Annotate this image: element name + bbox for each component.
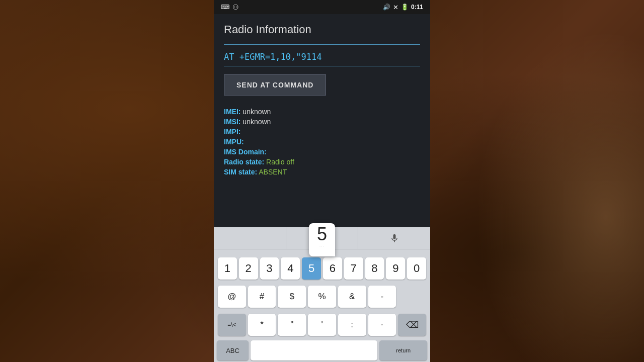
status-right-icons: 🔊 ✕ 🔋 0:11 [383,4,423,11]
info-row-impi: IMPI: [224,128,420,136]
mic-icon [389,233,399,243]
imei-value: unknown [243,108,271,116]
number-row: 5 ··· 1 2 3 4 5 6 7 8 9 0 [214,249,430,283]
info-row-ims-domain: IMS Domain: [224,148,420,156]
key-0[interactable]: 0 [407,257,426,280]
at-command-input[interactable] [224,48,420,66]
key-5[interactable]: 5 [302,257,321,280]
key-return[interactable]: return [379,340,427,360]
usb-icon: ⚇ [232,3,239,11]
sim-state-label: SIM state: [224,168,257,176]
key-4[interactable]: 4 [281,257,300,280]
imsi-label: IMSI: [224,118,240,126]
info-row-impu: IMPU: [224,138,420,146]
impi-label: IMPI: [224,128,240,136]
app-content: Radio Information SEND AT COMMAND [214,14,430,108]
keyboard-icon: ⌨ [221,4,229,11]
symbol-row-1: @ # $ % & - [214,283,430,311]
key-1[interactable]: 1 [218,257,237,280]
key-6[interactable]: 6 [323,257,342,280]
key-space[interactable] [251,340,377,360]
key-eq-lt[interactable]: =\< [218,314,246,336]
keyboard-area: 5 ··· 1 2 3 4 5 6 7 8 9 0 @ # $ % & [214,227,430,362]
key-3[interactable]: 3 [260,257,279,280]
key-delete[interactable]: ⌫ [398,314,426,336]
suggestion-3[interactable] [358,227,430,249]
radio-state-label: Radio state: [224,158,264,166]
key-squote[interactable]: ' [308,314,336,336]
input-bottom-divider [224,66,420,66]
imei-label: IMEI: [224,108,240,116]
key-7[interactable]: 7 [344,257,363,280]
ims-domain-label: IMS Domain: [224,148,267,156]
sim-state-value: ABSENT [259,168,287,176]
key-colon[interactable]: : [338,314,366,336]
key-hash[interactable]: # [248,286,276,308]
key-dollar[interactable]: $ [278,286,306,308]
key-minus[interactable]: - [368,286,396,308]
phone-container: ⌨ ⚇ 🔊 ✕ 🔋 0:11 Radio Information SEND AT… [214,0,430,362]
info-row-sim-state: SIM state: ABSENT [224,168,420,176]
info-row-imsi: IMSI: unknown [224,118,420,126]
send-at-command-button[interactable]: SEND AT COMMAND [224,74,326,96]
suggestion-1[interactable] [214,227,286,249]
popup-key-sub: ··· [319,243,325,248]
popup-key-label: 5 [317,225,327,243]
abc-row: ABC return [214,339,430,362]
key-abc[interactable]: ABC [217,340,249,360]
imsi-value: unknown [243,118,271,126]
key-dquote[interactable]: " [278,314,306,336]
impu-label: IMPU: [224,138,244,146]
volume-icon: 🔊 [383,4,390,11]
key-popup: 5 ··· [309,223,335,256]
key-at[interactable]: @ [218,286,246,308]
info-row-radio-state: Radio state: Radio off [224,158,420,166]
battery-icon: 🔋 [401,4,409,11]
status-left-icons: ⌨ ⚇ [221,3,239,11]
radio-state-value: Radio off [266,158,294,166]
phone-screen: Radio Information SEND AT COMMAND IMEI: … [214,14,430,362]
key-9[interactable]: 9 [386,257,405,280]
key-2[interactable]: 2 [239,257,258,280]
app-title: Radio Information [224,23,420,36]
key-dot[interactable]: · [368,314,396,336]
key-8[interactable]: 8 [365,257,384,280]
status-time: 0:11 [411,4,423,11]
info-row-imei: IMEI: unknown [224,108,420,116]
key-asterisk[interactable]: * [248,314,276,336]
key-ampersand[interactable]: & [338,286,366,308]
signal-off-icon: ✕ [393,4,398,11]
symbol-row-2: =\< * " ' : · ⌫ [214,311,430,339]
status-bar: ⌨ ⚇ 🔊 ✕ 🔋 0:11 [214,0,430,14]
info-section: IMEI: unknown IMSI: unknown IMPI: IMPU: … [214,108,430,178]
key-percent[interactable]: % [308,286,336,308]
input-top-divider [224,44,420,45]
